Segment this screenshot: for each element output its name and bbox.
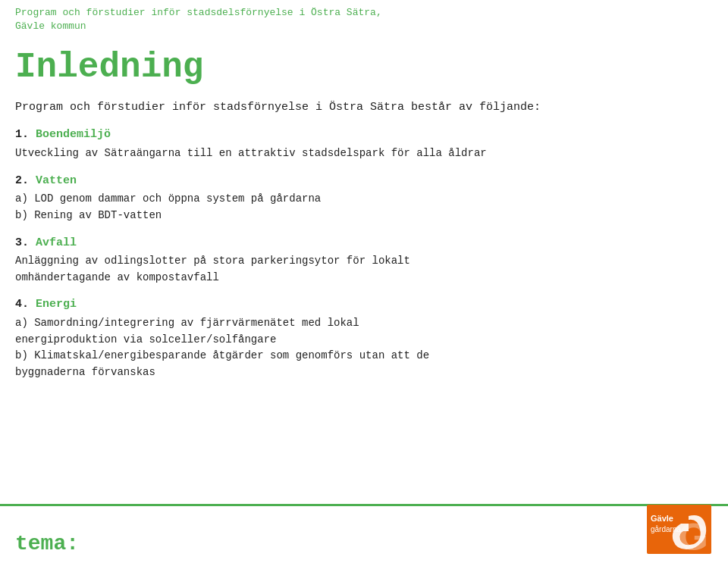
page-title: Inledning bbox=[15, 48, 713, 87]
section-item-1: 1. Boendemiljö Utveckling av Sätraängarn… bbox=[15, 127, 713, 161]
breadcrumb-line2: Gävle kommun bbox=[15, 20, 86, 32]
section-body-4: a) Samordning/integrering av fjärrvärmen… bbox=[15, 315, 713, 381]
section-number-3: 3. bbox=[15, 236, 36, 249]
bottom-area: tema: Gävle gårdarna G bbox=[0, 502, 728, 563]
logo-svg: Gävle gårdarna G bbox=[647, 505, 711, 554]
section-body-1: Utveckling av Sätraängarna till en attra… bbox=[15, 145, 713, 162]
section-item-2: 2. Vatten a) LOD genom dammar och öppna … bbox=[15, 173, 713, 224]
section-number-4: 4. bbox=[15, 298, 36, 311]
top-header: Program och förstudier inför stadsdelsfö… bbox=[0, 0, 728, 38]
main-content: Inledning Program och förstudier inför s… bbox=[0, 38, 728, 406]
section-label-1: Boendemiljö bbox=[36, 128, 111, 141]
section-header-3: 3. Avfall bbox=[15, 235, 713, 252]
section-number-2: 2. bbox=[15, 174, 36, 187]
bottom-label: tema: bbox=[15, 532, 79, 555]
section-header-4: 4. Energi bbox=[15, 296, 713, 314]
section-header-1: 1. Boendemiljö bbox=[15, 127, 713, 144]
section-label-3: Avfall bbox=[36, 236, 77, 249]
breadcrumb: Program och förstudier inför stadsdelsfö… bbox=[15, 6, 713, 33]
section-header-2: 2. Vatten bbox=[15, 173, 713, 190]
section-label-4: Energi bbox=[36, 298, 77, 311]
svg-text:Gävle: Gävle bbox=[651, 514, 673, 523]
page-container: Program och förstudier inför stadsdelsfö… bbox=[0, 0, 728, 563]
section-item-4: 4. Energi a) Samordning/integrering av f… bbox=[15, 296, 713, 380]
section-label-2: Vatten bbox=[36, 174, 77, 187]
section-body-2: a) LOD genom dammar och öppna system på … bbox=[15, 191, 713, 224]
section-body-3: Anläggning av odlingslotter på stora par… bbox=[15, 253, 713, 286]
section-item-3: 3. Avfall Anläggning av odlingslotter på… bbox=[15, 235, 713, 286]
breadcrumb-line1: Program och förstudier inför stadsdelsfö… bbox=[15, 7, 382, 18]
gavlegardarna-logo: Gävle gårdarna G bbox=[645, 502, 713, 555]
section-number-1: 1. bbox=[15, 128, 36, 141]
intro-text: Program och förstudier inför stadsförnye… bbox=[15, 99, 713, 117]
